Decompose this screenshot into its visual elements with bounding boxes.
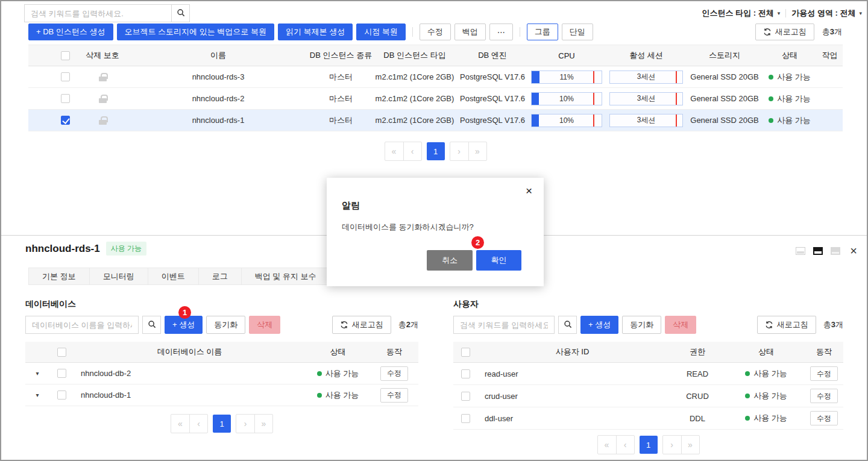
user-row[interactable]: ddl-user DDL 사용 가능 수정 <box>453 407 843 430</box>
row-checkbox[interactable] <box>461 414 470 423</box>
select-all-checkbox[interactable] <box>57 348 66 357</box>
filter-availability-zone[interactable]: 가용성 영역 : 전체 ▾ <box>791 8 862 19</box>
page-prev-button[interactable]: ‹ <box>189 415 207 433</box>
tab-basic-info[interactable]: 기본 정보 <box>28 268 90 285</box>
row-checkbox[interactable] <box>461 392 470 401</box>
page-first-button[interactable]: « <box>385 142 403 160</box>
instance-total-count: 총3개 <box>822 27 842 37</box>
view-mode-group-button[interactable]: 그룹 <box>527 24 558 40</box>
instance-search-input[interactable] <box>24 4 172 22</box>
page-next-button[interactable]: › <box>450 142 468 160</box>
col-cpu: CPU <box>527 51 606 60</box>
tab-logs[interactable]: 로그 <box>198 268 242 285</box>
col-permission: 권한 <box>667 347 728 357</box>
backup-button[interactable]: 백업 <box>454 24 486 40</box>
instance-storage: General SSD 20GB <box>687 94 763 103</box>
database-modify-button[interactable]: 수정 <box>380 388 408 403</box>
modify-button[interactable]: 수정 <box>420 24 451 40</box>
page-first-button[interactable]: « <box>598 436 616 454</box>
database-sync-button[interactable]: 동기화 <box>206 316 245 334</box>
page-next-button[interactable]: › <box>663 436 681 454</box>
more-actions-button[interactable]: ⋯ <box>489 24 513 40</box>
user-row[interactable]: crud-user CRUD 사용 가능 수정 <box>453 385 843 407</box>
user-modify-button[interactable]: 수정 <box>810 411 838 425</box>
instance-row-selected[interactable]: nhncloud-rds-1 마스터 m2.c1m2 (1Core 2GB) P… <box>28 110 843 131</box>
close-detail-icon[interactable]: × <box>850 245 857 257</box>
page-next-button[interactable]: › <box>236 415 254 433</box>
status-dot <box>769 118 773 123</box>
page-last-button[interactable]: » <box>254 415 272 433</box>
panel-size-half-icon[interactable] <box>813 247 823 255</box>
tab-monitoring[interactable]: 모니터링 <box>89 268 148 285</box>
create-read-replica-button[interactable]: 읽기 복제본 생성 <box>278 24 353 40</box>
instance-name[interactable]: nhncloud-rds-1 <box>127 116 310 125</box>
page-prev-button[interactable]: ‹ <box>403 142 421 160</box>
instance-storage: General SSD 20GB <box>687 116 763 125</box>
user-search-button[interactable] <box>558 316 577 334</box>
page-current[interactable]: 1 <box>213 415 231 433</box>
tab-backup-maintenance[interactable]: 백업 및 유지 보수 <box>241 268 330 285</box>
page-current[interactable]: 1 <box>427 142 445 160</box>
cpu-meter: 10% <box>531 114 602 127</box>
instance-table-header: 삭제 보호 이름 DB 인스턴스 종류 DB 인스턴스 타입 DB 엔진 CPU… <box>28 45 843 66</box>
search-icon <box>177 8 185 19</box>
row-checkbox[interactable] <box>61 94 70 103</box>
col-action: 동작 <box>370 347 418 357</box>
user-status: 사용 가능 <box>728 390 805 401</box>
view-mode-single-button[interactable]: 단일 <box>562 24 593 40</box>
instance-row[interactable]: nhncloud-rds-2 마스터 m2.c1m2 (1Core 2GB) P… <box>28 88 843 110</box>
page-prev-button[interactable]: ‹ <box>616 436 634 454</box>
page-last-button[interactable]: » <box>681 436 699 454</box>
user-create-button[interactable]: + 생성 <box>580 316 618 334</box>
instance-name[interactable]: nhncloud-rds-3 <box>127 72 310 81</box>
close-icon[interactable]: × <box>526 185 532 196</box>
create-db-instance-button[interactable]: + DB 인스턴스 생성 <box>28 24 113 40</box>
expand-row-icon[interactable]: ▾ <box>36 392 39 398</box>
database-search-input[interactable] <box>25 316 139 334</box>
user-permission: CRUD <box>667 392 728 401</box>
point-in-time-restore-button[interactable]: 시점 복원 <box>356 24 406 40</box>
refresh-button[interactable]: 새로고침 <box>755 24 814 40</box>
instance-name[interactable]: nhncloud-rds-2 <box>127 94 310 103</box>
instance-row[interactable]: nhncloud-rds-3 마스터 m2.c1m2 (1Core 2GB) P… <box>28 66 843 88</box>
database-name: nhncloud-db-1 <box>74 390 306 400</box>
database-row[interactable]: ▾ nhncloud-db-2 사용 가능 수정 <box>25 363 418 384</box>
user-modify-button[interactable]: 수정 <box>810 389 838 403</box>
panel-size-full-icon[interactable] <box>831 247 840 255</box>
page-last-button[interactable]: » <box>468 142 486 160</box>
panel-size-small-icon[interactable] <box>796 247 805 255</box>
page-first-button[interactable]: « <box>171 415 189 433</box>
user-modify-button[interactable]: 수정 <box>810 366 838 381</box>
user-search-input[interactable] <box>453 316 555 334</box>
row-checkbox[interactable] <box>57 390 66 400</box>
page-current[interactable]: 1 <box>640 436 658 454</box>
cancel-button[interactable]: 취소 <box>427 250 473 271</box>
instance-search-button[interactable] <box>171 4 190 22</box>
status-dot <box>745 371 750 376</box>
select-all-checkbox[interactable] <box>61 51 70 60</box>
tab-events[interactable]: 이벤트 <box>148 268 199 285</box>
user-row[interactable]: read-user READ 사용 가능 수정 <box>453 363 843 385</box>
restore-from-object-storage-button[interactable]: 오브젝트 스토리지에 있는 백업으로 복원 <box>117 24 274 40</box>
row-checkbox[interactable] <box>57 369 66 378</box>
instance-engine: PostgreSQL V17.6 <box>458 94 527 103</box>
user-refresh-button[interactable]: 새로고침 <box>757 316 816 334</box>
user-permission: READ <box>667 369 728 378</box>
expand-row-icon[interactable]: ▾ <box>36 370 39 377</box>
col-kind: DB 인스턴스 종류 <box>310 50 372 61</box>
status-dot <box>317 393 322 398</box>
col-type: DB 인스턴스 타입 <box>372 50 458 61</box>
database-row[interactable]: ▾ nhncloud-db-1 사용 가능 수정 <box>25 384 418 406</box>
user-sync-button[interactable]: 동기화 <box>622 316 661 334</box>
select-all-checkbox[interactable] <box>461 348 470 357</box>
row-checkbox[interactable] <box>461 369 470 378</box>
database-search-button[interactable] <box>142 316 161 334</box>
confirm-button[interactable]: 확인 <box>476 250 521 271</box>
filter-instance-type[interactable]: 인스턴스 타입 : 전체 ▾ <box>702 8 781 19</box>
col-engine: DB 엔진 <box>458 50 527 61</box>
chevron-down-icon: ▾ <box>859 10 862 16</box>
row-checkbox-checked[interactable] <box>61 116 70 125</box>
database-modify-button[interactable]: 수정 <box>380 366 408 381</box>
database-refresh-button[interactable]: 새로고침 <box>332 316 391 334</box>
row-checkbox[interactable] <box>61 72 70 81</box>
